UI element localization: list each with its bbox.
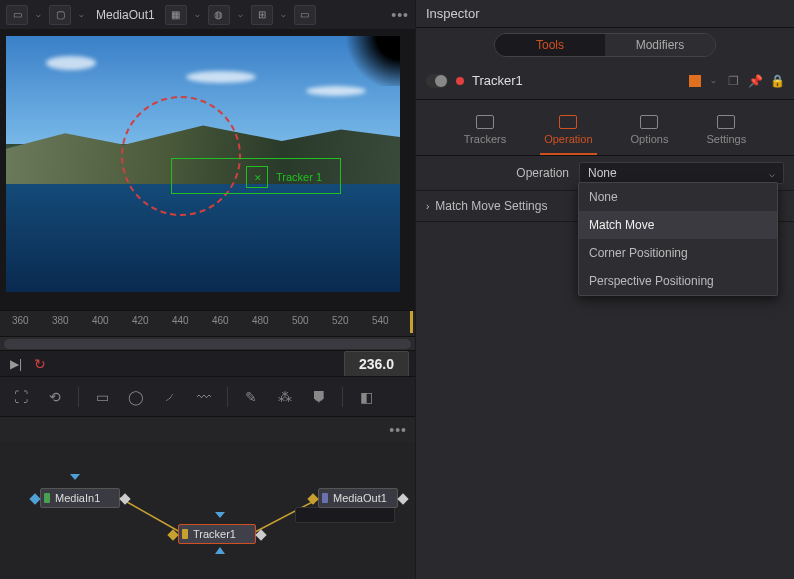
nodegraph-header: •••	[0, 416, 415, 442]
dropdown-item-match-move[interactable]: Match Move	[579, 211, 777, 239]
chevron-down-icon[interactable]: ⌵	[709, 76, 718, 85]
node-media-in[interactable]: MediaIn1	[40, 488, 120, 508]
inspector-panel: Inspector Tools Modifiers Tracker1 ⌵ ❐ 📌…	[415, 0, 794, 579]
single-view-button[interactable]: ▭	[294, 5, 316, 25]
tool-icon[interactable]: ⛊	[308, 386, 330, 408]
pin-icon[interactable]: 📌	[748, 74, 762, 88]
record-indicator-icon	[456, 77, 464, 85]
subtab-operation[interactable]: Operation	[540, 109, 596, 155]
operation-dropdown: None Match Move Corner Positioning Persp…	[578, 182, 778, 296]
ruler-tick: 540	[372, 315, 389, 326]
dropdown-item-corner[interactable]: Corner Positioning	[579, 239, 777, 267]
grid-button[interactable]: ⊞	[251, 5, 273, 25]
view-layout-button[interactable]: ▭	[6, 5, 28, 25]
paint-tool-icon[interactable]: ✎	[240, 386, 262, 408]
gain-button[interactable]: ◍	[208, 5, 230, 25]
range-end-marker[interactable]	[410, 311, 413, 333]
view-mode-button[interactable]: ▢	[49, 5, 71, 25]
current-frame-field[interactable]: 236.0	[344, 351, 409, 377]
inspector-node-name: Tracker1	[472, 73, 523, 88]
left-pane: ▭ ⌵ ▢ ⌵ MediaOut1 ▦ ⌵ ◍ ⌵ ⊞ ⌵ ▭ ••• ✕ Tr…	[0, 0, 415, 579]
inspector-subtabs: Trackers Operation Options Settings	[416, 100, 794, 156]
dropdown-item-perspective[interactable]: Perspective Positioning	[579, 267, 777, 295]
subtab-label: Operation	[544, 133, 592, 145]
operation-select[interactable]: None	[579, 162, 784, 184]
lock-icon[interactable]: 🔒	[770, 74, 784, 88]
operation-label: Operation	[426, 166, 569, 180]
versions-icon[interactable]: ❐	[726, 74, 740, 88]
subtab-options[interactable]: Options	[627, 109, 673, 155]
node-tools-row: ⛶ ⟲ ▭ ◯ ⟋ 〰 ✎ ⁂ ⛊ ◧	[0, 376, 415, 416]
chevron-right-icon: ›	[426, 201, 429, 212]
checker-button[interactable]: ▦	[165, 5, 187, 25]
section-label: Match Move Settings	[435, 199, 547, 213]
ellipse-tool-icon[interactable]: ◯	[125, 386, 147, 408]
ruler-tick: 520	[332, 315, 349, 326]
tool-icon[interactable]: ◧	[355, 386, 377, 408]
ruler-tick: 500	[292, 315, 309, 326]
inspector-node-header: Tracker1 ⌵ ❐ 📌 🔒	[416, 62, 794, 100]
viewer-canvas[interactable]: ✕ Tracker 1	[6, 36, 400, 292]
node-label: MediaIn1	[55, 492, 100, 504]
tab-modifiers[interactable]: Modifiers	[605, 34, 715, 56]
viewer-area: ✕ Tracker 1	[0, 30, 415, 292]
flow-arrow-icon	[215, 547, 225, 554]
trackers-icon	[476, 115, 494, 129]
more-options-icon[interactable]: •••	[391, 7, 409, 23]
chevron-down-icon[interactable]: ⌵	[236, 10, 245, 19]
flow-arrow-icon	[70, 474, 80, 480]
node-label: Tracker1	[193, 528, 236, 540]
flow-arrow-icon	[215, 512, 225, 518]
tool-icon[interactable]: ⟲	[44, 386, 66, 408]
subtab-label: Settings	[706, 133, 746, 145]
chevron-down-icon[interactable]: ⌵	[77, 10, 86, 19]
timeline-ruler[interactable]: 360 380 400 420 440 460 480 500 520 540	[0, 310, 415, 336]
ruler-tick: 420	[132, 315, 149, 326]
ruler-tick: 440	[172, 315, 189, 326]
node-tracker[interactable]: Tracker1	[178, 524, 256, 544]
node-media-out[interactable]: MediaOut1	[318, 488, 398, 508]
chevron-down-icon[interactable]: ⌵	[34, 10, 43, 19]
ruler-tick: 400	[92, 315, 109, 326]
tool-icon[interactable]: ⛶	[10, 386, 32, 408]
more-options-icon[interactable]: •••	[389, 422, 407, 438]
operation-selected-value: None	[588, 166, 617, 180]
operation-icon	[559, 115, 577, 129]
particle-tool-icon[interactable]: ⁂	[274, 386, 296, 408]
node-label: MediaOut1	[333, 492, 387, 504]
viewer-node-name[interactable]: MediaOut1	[92, 8, 159, 22]
subtab-trackers[interactable]: Trackers	[460, 109, 510, 155]
polygon-tool-icon[interactable]: ⟋	[159, 386, 181, 408]
rectangle-tool-icon[interactable]: ▭	[91, 386, 113, 408]
subtab-label: Options	[631, 133, 669, 145]
ruler-tick: 380	[52, 315, 69, 326]
tab-tools[interactable]: Tools	[495, 34, 605, 56]
options-icon	[640, 115, 658, 129]
node-graph[interactable]: MediaIn1 Tracker1 MediaOut1	[0, 442, 415, 579]
chevron-down-icon[interactable]: ⌵	[279, 10, 288, 19]
loop-button[interactable]: ↻	[34, 356, 46, 372]
ruler-tick: 460	[212, 315, 229, 326]
dropdown-item-none[interactable]: None	[579, 183, 777, 211]
settings-icon	[717, 115, 735, 129]
go-to-end-button[interactable]: ▶|	[6, 355, 26, 373]
viewer-toolbar: ▭ ⌵ ▢ ⌵ MediaOut1 ▦ ⌵ ◍ ⌵ ⊞ ⌵ ▭ •••	[0, 0, 415, 30]
ruler-tick: 360	[12, 315, 29, 326]
subtab-label: Trackers	[464, 133, 506, 145]
playback-bar: ▶| ↻ 236.0	[0, 350, 415, 376]
bspline-tool-icon[interactable]: 〰	[193, 386, 215, 408]
node-color-chip[interactable]	[689, 75, 701, 87]
timeline-scrollbar[interactable]	[4, 339, 411, 349]
node-enable-toggle[interactable]	[426, 74, 448, 88]
chevron-down-icon[interactable]: ⌵	[193, 10, 202, 19]
node-shadow	[295, 507, 395, 523]
inspector-title: Inspector	[416, 0, 794, 28]
inspector-main-tabs: Tools Modifiers	[416, 28, 794, 62]
ruler-tick: 480	[252, 315, 269, 326]
subtab-settings[interactable]: Settings	[702, 109, 750, 155]
